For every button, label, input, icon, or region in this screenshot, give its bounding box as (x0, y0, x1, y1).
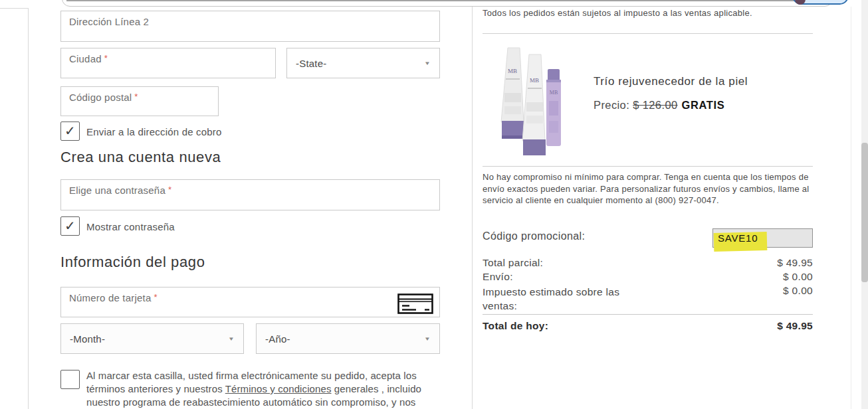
address-line2-placeholder: Dirección Línea 2 (69, 16, 149, 27)
page-top-border (0, 8, 28, 9)
ship-to-billing-label: Enviar a la dirección de cobro (86, 126, 222, 137)
month-select-value: -Month- (70, 333, 105, 345)
grand-total-value: $ 49.95 (665, 320, 813, 332)
card-number-input[interactable]: Número de tarjeta* (60, 287, 440, 317)
terms-link[interactable]: Términos y condiciones (225, 383, 332, 394)
expiry-year-select[interactable]: -Año- ▼ (256, 323, 440, 354)
subtotal-value: $ 49.95 (665, 257, 813, 269)
address-line2-input[interactable]: Dirección Línea 2 (60, 11, 440, 42)
credit-card-icon (397, 293, 433, 314)
state-select[interactable]: -State- ▼ (286, 48, 440, 78)
required-asterisk: * (104, 53, 108, 63)
tax-label: Impuesto estimado sobre las ventas: (483, 285, 642, 313)
password-input[interactable]: Elige una contraseña* (60, 179, 440, 210)
checkmark-icon: ✓ (64, 218, 76, 233)
chat-button[interactable] (792, 0, 849, 5)
show-password-checkbox[interactable]: ✓ (60, 216, 80, 236)
city-input[interactable]: Ciudad* (60, 48, 276, 78)
product-name: Trío rejuvenecedor de la piel (594, 75, 748, 88)
state-select-value: -State- (296, 58, 326, 69)
checkmark-icon: ✓ (64, 123, 76, 138)
product-price-line: Precio: $ 126.00GRATIS (594, 99, 724, 112)
required-asterisk: * (168, 185, 171, 195)
subtotal-label: Total parcial: (483, 257, 543, 269)
year-select-value: -Año- (265, 333, 290, 345)
tax-note: Todos los pedidos están sujetos al impue… (483, 8, 815, 18)
card-number-placeholder: Número de tarjeta (69, 292, 151, 303)
password-placeholder: Elige una contraseña (69, 185, 165, 196)
page-right-border (851, 7, 851, 409)
required-asterisk: * (154, 292, 157, 302)
top-banner-cutoff (62, 0, 833, 7)
content-left-border (28, 8, 29, 409)
zip-input[interactable]: Código postal* (60, 86, 219, 116)
terms-checkbox[interactable] (60, 370, 80, 389)
zip-placeholder: Código postal (69, 92, 132, 103)
promo-code-input[interactable]: SAVE10 (712, 228, 813, 248)
svg-text:MB: MB (550, 90, 558, 96)
shipping-label: Envío: (483, 271, 513, 283)
svg-text:MB: MB (530, 77, 539, 84)
shipping-value: $ 0.00 (665, 271, 813, 283)
chevron-down-icon: ▼ (424, 336, 431, 342)
show-password-label: Mostrar contraseña (86, 221, 175, 232)
required-asterisk: * (134, 92, 138, 102)
promo-code-label: Código promocional: (483, 230, 585, 242)
product-image: MB MB MB (494, 41, 566, 157)
grand-total-label: Total de hoy: (483, 320, 548, 332)
svg-text:MB: MB (508, 68, 517, 74)
promo-code-value: SAVE10 (718, 232, 758, 244)
column-divider (472, 7, 473, 409)
summary-divider (483, 166, 813, 167)
payment-heading: Información del pago (60, 254, 205, 271)
expiry-month-select[interactable]: -Month- ▼ (60, 323, 244, 354)
create-account-heading: Crea una cuenta nueva (60, 149, 221, 166)
total-divider (483, 314, 813, 315)
shipping-disclaimer: No hay compromiso ni mínimo para comprar… (483, 171, 815, 206)
terms-text: Al marcar esta casilla, usted firma elec… (86, 369, 443, 409)
free-badge: GRATIS (682, 99, 725, 111)
city-placeholder: Ciudad (69, 53, 102, 64)
scrollbar-thumb[interactable] (861, 143, 868, 282)
original-price: $ 126.00 (633, 99, 681, 111)
checkout-page: Dirección Línea 2 Ciudad* -State- ▼ Códi… (0, 0, 868, 409)
chevron-down-icon: ▼ (424, 60, 431, 66)
price-label: Precio: (594, 99, 629, 111)
ship-to-billing-checkbox[interactable]: ✓ (60, 122, 80, 141)
tax-value: $ 0.00 (665, 285, 813, 297)
chevron-down-icon: ▼ (228, 336, 235, 342)
summary-divider (483, 33, 813, 34)
banner-content-cutoff (66, 0, 828, 1)
